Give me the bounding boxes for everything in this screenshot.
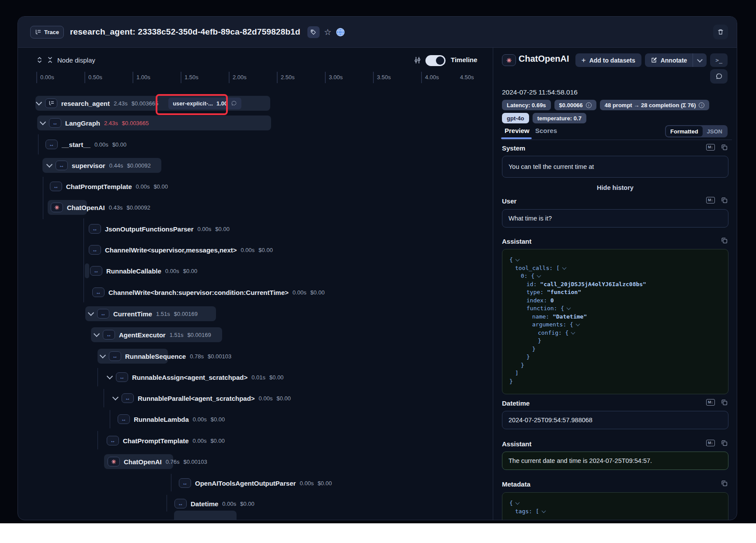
open-in-playground-button[interactable]: >_: [710, 53, 728, 67]
chevron-down-icon[interactable]: [88, 310, 94, 316]
user-section-label: User: [502, 197, 516, 205]
node-duration: 0.00s: [136, 183, 150, 190]
node-name: ChatPromptTemplate: [66, 183, 132, 190]
trace-tree-row[interactable]: ↔CurrentTime1.51s$0.00169: [18, 306, 493, 321]
collapse-chevron-icon[interactable]: [567, 306, 571, 310]
copy-icon[interactable]: [721, 197, 728, 203]
collapse-chevron-icon[interactable]: [515, 257, 519, 262]
node-cost: $0.00092: [127, 162, 151, 169]
copy-icon[interactable]: [721, 480, 728, 487]
ruler-tick-label: 2.00s: [233, 74, 247, 81]
inspector-header-buttons: + Add to datasets Annotate >_: [575, 53, 728, 67]
comments-button[interactable]: [710, 69, 728, 84]
copy-icon[interactable]: [721, 440, 728, 446]
chevron-down-icon[interactable]: [46, 161, 52, 168]
metadata-code: {tags: [: [502, 492, 728, 520]
expand-all-icon[interactable]: [36, 56, 43, 63]
trace-tree-row[interactable]: ↔ChannelWrite<supervisor,messages,next>0…: [18, 242, 493, 257]
tags-button[interactable]: [307, 26, 320, 38]
chain-icon: ↔: [89, 245, 101, 255]
node-name: ChannelWrite<supervisor,messages,next>: [105, 246, 237, 254]
chain-icon: ↔: [90, 266, 102, 276]
markdown-icon[interactable]: M↓: [706, 144, 715, 151]
display-settings-icon[interactable]: [414, 56, 421, 64]
trace-tree-row[interactable]: ↔RunnableLambda0.00s$0.00: [18, 412, 493, 427]
code-line: type: "function": [509, 288, 721, 297]
share-globe-icon[interactable]: [336, 28, 345, 37]
copy-icon[interactable]: [721, 237, 728, 244]
collapse-all-icon[interactable]: [47, 56, 53, 63]
trace-tree-row[interactable]: ↔RunnableAssign<agent_scratchpad>0.01s$0…: [18, 370, 493, 385]
node-cost: $0.00: [317, 480, 332, 487]
delete-trace-button[interactable]: [713, 25, 728, 39]
tab-preview[interactable]: Preview: [505, 127, 530, 134]
copy-icon[interactable]: [721, 399, 728, 406]
trace-tree-row[interactable]: ↔Datetime0.00s$0.00: [18, 496, 493, 511]
node-cost: $0.00: [258, 247, 273, 253]
panel-divider: [493, 48, 493, 520]
markdown-icon[interactable]: M↓: [706, 399, 715, 406]
ruler-tick-line: [36, 72, 37, 83]
trace-tree-row[interactable]: ↔ChannelWrite<branch:supervisor:conditio…: [18, 285, 493, 300]
chevron-down-icon[interactable]: [36, 99, 42, 105]
chevron-down-icon[interactable]: [112, 394, 118, 400]
format-formatted-button[interactable]: Formatted: [666, 126, 703, 137]
chevron-down-icon[interactable]: [100, 352, 106, 358]
node-name: RunnableLambda: [134, 416, 189, 423]
collapse-chevron-icon[interactable]: [571, 330, 575, 334]
node-duration: 0.00s: [165, 268, 179, 274]
trace-tree-row[interactable]: ↔RunnableParallel<agent_scratchpad>0.00s…: [18, 391, 493, 406]
chevron-down-icon[interactable]: [94, 331, 100, 337]
favorite-star-icon[interactable]: ☆: [324, 28, 331, 36]
chevron-down-icon[interactable]: [107, 373, 113, 379]
trace-tree-row[interactable]: research_agent2.43s$0.003665user-explici…: [18, 96, 493, 111]
node-name: RunnableCallable: [106, 267, 161, 275]
format-json-button[interactable]: JSON: [703, 126, 727, 137]
markdown-icon[interactable]: M↓: [706, 197, 715, 203]
annotate-dropdown-button[interactable]: [693, 53, 707, 67]
trace-tree-row[interactable]: ↔RunnableSequence0.78s$0.00103: [18, 349, 493, 364]
cost-badge[interactable]: $0.00066i: [554, 100, 596, 110]
code-line: {: [509, 499, 721, 508]
trace-tree-row[interactable]: ↔AgentExecutor1.51s$0.00169: [18, 327, 493, 342]
datetime-value-box: 2024-07-25T09:54:57.988068: [502, 411, 728, 429]
chain-icon: ↔: [109, 351, 121, 361]
timeline-toggle[interactable]: [425, 55, 446, 66]
ruler-tick-line: [325, 72, 326, 83]
trace-tree-row[interactable]: ↔RunnableCallable0.00s$0.00: [18, 263, 493, 278]
node-duration: 1.51s: [170, 332, 184, 338]
node-cost: $0.00: [276, 395, 291, 402]
trace-tree-row[interactable]: ✳ChatOpenAI0.43s$0.00092: [18, 200, 493, 215]
collapse-chevron-icon[interactable]: [541, 508, 546, 513]
trace-tree-row[interactable]: ↔ChatPromptTemplate0.00s$0.00: [18, 179, 493, 194]
trace-tree-row[interactable]: ↔JsonOutputFunctionsParser0.00s$0.00: [18, 221, 493, 236]
collapse-chevron-icon[interactable]: [575, 322, 580, 326]
node-cost: $0.00169: [188, 332, 211, 338]
collapse-chevron-icon[interactable]: [515, 501, 519, 505]
annotate-button[interactable]: Annotate: [645, 53, 693, 67]
annotation-highlight-box: [156, 94, 228, 115]
collapse-chevron-icon[interactable]: [562, 265, 566, 270]
trace-tree-row[interactable]: ↔ChatPromptTemplate0.00s$0.00: [18, 433, 493, 448]
trace-tree-row[interactable]: ↔LangGraph2.43s$0.003665: [18, 116, 493, 130]
node-name: CurrentTime: [113, 310, 152, 318]
node-name: RunnableParallel<agent_scratchpad>: [138, 395, 255, 402]
token-badge[interactable]: 48 prompt → 28 completion (Σ 76)i: [600, 100, 710, 110]
collapse-chevron-icon[interactable]: [537, 273, 541, 278]
code-value: "call_20jDSJ5jA4olYJ6Ialzc08bs": [540, 281, 646, 287]
hide-history-link[interactable]: Hide history: [502, 184, 728, 191]
chevron-down-icon[interactable]: [40, 119, 46, 125]
system-section-icons: M↓: [706, 144, 728, 151]
trace-tree-row[interactable]: ✳ChatOpenAI0.76s$0.00103: [18, 454, 493, 469]
code-line: tags: [: [509, 508, 721, 516]
node-name: ChannelWrite<branch:supervisor:condition…: [108, 289, 289, 296]
copy-icon[interactable]: [721, 144, 728, 151]
markdown-icon[interactable]: M↓: [706, 440, 715, 446]
tab-scores[interactable]: Scores: [535, 127, 557, 134]
trace-tree-row[interactable]: ↔supervisor0.44s$0.00092: [18, 158, 493, 173]
ruler-tick-line: [229, 72, 230, 83]
node-duration: 0.00s: [193, 438, 207, 444]
add-to-datasets-button[interactable]: + Add to datasets: [575, 53, 641, 67]
trace-tree-row[interactable]: ↔OpenAIToolsAgentOutputParser0.00s$0.00: [18, 476, 493, 490]
trace-tree-row[interactable]: ↔__start__0.00s$0.00: [18, 137, 493, 152]
